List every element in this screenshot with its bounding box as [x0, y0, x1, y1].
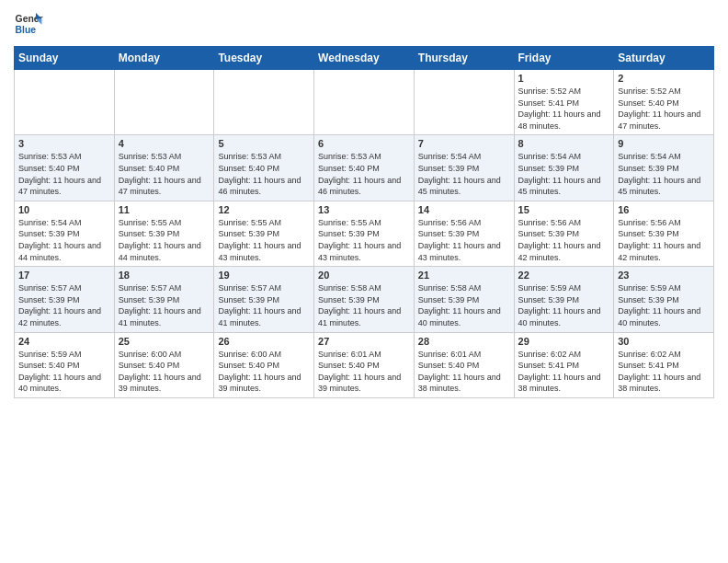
- calendar-cell: 9Sunrise: 5:54 AM Sunset: 5:39 PM Daylig…: [614, 135, 714, 201]
- calendar-cell: [15, 70, 115, 135]
- weekday-header-wednesday: Wednesday: [314, 47, 415, 70]
- calendar-cell: [214, 70, 314, 135]
- calendar-cell: 7Sunrise: 5:54 AM Sunset: 5:39 PM Daylig…: [414, 135, 514, 201]
- calendar-cell: 23Sunrise: 5:59 AM Sunset: 5:39 PM Dayli…: [614, 267, 714, 332]
- calendar-cell: 29Sunrise: 6:02 AM Sunset: 5:41 PM Dayli…: [514, 332, 614, 397]
- day-info: Sunrise: 6:01 AM Sunset: 5:40 PM Dayligh…: [318, 349, 410, 395]
- calendar-week-5: 24Sunrise: 5:59 AM Sunset: 5:40 PM Dayli…: [15, 332, 714, 397]
- day-number: 14: [418, 204, 510, 215]
- calendar-cell: 13Sunrise: 5:55 AM Sunset: 5:39 PM Dayli…: [314, 201, 415, 266]
- calendar-week-3: 10Sunrise: 5:54 AM Sunset: 5:39 PM Dayli…: [15, 201, 714, 266]
- calendar-cell: 14Sunrise: 5:56 AM Sunset: 5:39 PM Dayli…: [414, 201, 514, 266]
- day-info: Sunrise: 5:59 AM Sunset: 5:39 PM Dayligh…: [518, 282, 610, 328]
- calendar-cell: 27Sunrise: 6:01 AM Sunset: 5:40 PM Dayli…: [314, 332, 415, 397]
- day-number: 25: [119, 336, 210, 347]
- calendar-cell: 24Sunrise: 5:59 AM Sunset: 5:40 PM Dayli…: [15, 332, 115, 397]
- day-number: 10: [18, 204, 110, 215]
- day-info: Sunrise: 5:57 AM Sunset: 5:39 PM Dayligh…: [18, 282, 110, 328]
- day-number: 26: [218, 336, 310, 347]
- day-number: 17: [18, 270, 110, 281]
- day-number: 3: [18, 138, 110, 149]
- calendar-cell: 25Sunrise: 6:00 AM Sunset: 5:40 PM Dayli…: [114, 332, 214, 397]
- day-info: Sunrise: 5:59 AM Sunset: 5:40 PM Dayligh…: [18, 349, 110, 395]
- calendar-cell: 21Sunrise: 5:58 AM Sunset: 5:39 PM Dayli…: [414, 267, 514, 332]
- weekday-header-monday: Monday: [114, 47, 214, 70]
- day-number: 30: [618, 336, 710, 347]
- day-info: Sunrise: 5:57 AM Sunset: 5:39 PM Dayligh…: [218, 282, 310, 328]
- calendar-cell: 2Sunrise: 5:52 AM Sunset: 5:40 PM Daylig…: [614, 70, 714, 135]
- day-info: Sunrise: 6:01 AM Sunset: 5:40 PM Dayligh…: [418, 349, 510, 395]
- day-number: 27: [318, 336, 410, 347]
- day-info: Sunrise: 6:02 AM Sunset: 5:41 PM Dayligh…: [518, 349, 610, 395]
- day-number: 13: [318, 204, 410, 215]
- calendar-cell: 18Sunrise: 5:57 AM Sunset: 5:39 PM Dayli…: [114, 267, 214, 332]
- day-number: 28: [418, 336, 510, 347]
- day-info: Sunrise: 6:02 AM Sunset: 5:41 PM Dayligh…: [618, 349, 710, 395]
- day-number: 11: [119, 204, 210, 215]
- calendar-week-1: 1Sunrise: 5:52 AM Sunset: 5:41 PM Daylig…: [15, 70, 714, 135]
- calendar-cell: [314, 70, 415, 135]
- calendar-cell: 11Sunrise: 5:55 AM Sunset: 5:39 PM Dayli…: [114, 201, 214, 266]
- day-info: Sunrise: 5:54 AM Sunset: 5:39 PM Dayligh…: [418, 151, 510, 197]
- page: General Blue SundayMondayTuesdayWednesda…: [0, 0, 728, 408]
- calendar-cell: [114, 70, 214, 135]
- day-info: Sunrise: 5:56 AM Sunset: 5:39 PM Dayligh…: [518, 217, 610, 263]
- day-number: 15: [518, 204, 610, 215]
- day-info: Sunrise: 6:00 AM Sunset: 5:40 PM Dayligh…: [218, 349, 310, 395]
- calendar-cell: 17Sunrise: 5:57 AM Sunset: 5:39 PM Dayli…: [15, 267, 115, 332]
- calendar-cell: 26Sunrise: 6:00 AM Sunset: 5:40 PM Dayli…: [214, 332, 314, 397]
- day-number: 4: [119, 138, 210, 149]
- day-number: 16: [618, 204, 710, 215]
- day-info: Sunrise: 5:58 AM Sunset: 5:39 PM Dayligh…: [418, 282, 510, 328]
- day-info: Sunrise: 5:57 AM Sunset: 5:39 PM Dayligh…: [119, 282, 210, 328]
- day-number: 29: [518, 336, 610, 347]
- day-number: 1: [518, 73, 610, 84]
- day-info: Sunrise: 5:59 AM Sunset: 5:39 PM Dayligh…: [618, 282, 710, 328]
- calendar-cell: [414, 70, 514, 135]
- day-number: 23: [618, 270, 710, 281]
- header: General Blue: [14, 9, 714, 39]
- calendar-cell: 30Sunrise: 6:02 AM Sunset: 5:41 PM Dayli…: [614, 332, 714, 397]
- day-info: Sunrise: 5:54 AM Sunset: 5:39 PM Dayligh…: [618, 151, 710, 197]
- day-info: Sunrise: 5:53 AM Sunset: 5:40 PM Dayligh…: [218, 151, 310, 197]
- calendar-cell: 1Sunrise: 5:52 AM Sunset: 5:41 PM Daylig…: [514, 70, 614, 135]
- day-info: Sunrise: 5:56 AM Sunset: 5:39 PM Dayligh…: [418, 217, 510, 263]
- day-info: Sunrise: 5:55 AM Sunset: 5:39 PM Dayligh…: [218, 217, 310, 263]
- calendar-cell: 28Sunrise: 6:01 AM Sunset: 5:40 PM Dayli…: [414, 332, 514, 397]
- calendar-cell: 16Sunrise: 5:56 AM Sunset: 5:39 PM Dayli…: [614, 201, 714, 266]
- calendar-cell: 15Sunrise: 5:56 AM Sunset: 5:39 PM Dayli…: [514, 201, 614, 266]
- calendar-cell: 4Sunrise: 5:53 AM Sunset: 5:40 PM Daylig…: [114, 135, 214, 201]
- day-info: Sunrise: 5:55 AM Sunset: 5:39 PM Dayligh…: [318, 217, 410, 263]
- calendar-cell: 22Sunrise: 5:59 AM Sunset: 5:39 PM Dayli…: [514, 267, 614, 332]
- day-number: 20: [318, 270, 410, 281]
- calendar-week-4: 17Sunrise: 5:57 AM Sunset: 5:39 PM Dayli…: [15, 267, 714, 332]
- day-number: 19: [218, 270, 310, 281]
- day-number: 24: [18, 336, 110, 347]
- day-info: Sunrise: 5:54 AM Sunset: 5:39 PM Dayligh…: [518, 151, 610, 197]
- day-info: Sunrise: 5:53 AM Sunset: 5:40 PM Dayligh…: [318, 151, 410, 197]
- calendar-cell: 8Sunrise: 5:54 AM Sunset: 5:39 PM Daylig…: [514, 135, 614, 201]
- day-info: Sunrise: 5:58 AM Sunset: 5:39 PM Dayligh…: [318, 282, 410, 328]
- weekday-header-row: SundayMondayTuesdayWednesdayThursdayFrid…: [15, 47, 714, 70]
- logo: General Blue: [14, 9, 43, 39]
- calendar-cell: 10Sunrise: 5:54 AM Sunset: 5:39 PM Dayli…: [15, 201, 115, 266]
- weekday-header-friday: Friday: [514, 47, 614, 70]
- day-info: Sunrise: 5:52 AM Sunset: 5:41 PM Dayligh…: [518, 86, 610, 132]
- calendar-cell: 12Sunrise: 5:55 AM Sunset: 5:39 PM Dayli…: [214, 201, 314, 266]
- weekday-header-saturday: Saturday: [614, 47, 714, 70]
- calendar-cell: 5Sunrise: 5:53 AM Sunset: 5:40 PM Daylig…: [214, 135, 314, 201]
- day-number: 9: [618, 138, 710, 149]
- day-number: 8: [518, 138, 610, 149]
- calendar-table: SundayMondayTuesdayWednesdayThursdayFrid…: [14, 46, 714, 398]
- day-number: 18: [119, 270, 210, 281]
- calendar-cell: 6Sunrise: 5:53 AM Sunset: 5:40 PM Daylig…: [314, 135, 415, 201]
- day-info: Sunrise: 5:52 AM Sunset: 5:40 PM Dayligh…: [618, 86, 710, 132]
- day-number: 7: [418, 138, 510, 149]
- calendar-cell: 19Sunrise: 5:57 AM Sunset: 5:39 PM Dayli…: [214, 267, 314, 332]
- calendar-cell: 20Sunrise: 5:58 AM Sunset: 5:39 PM Dayli…: [314, 267, 415, 332]
- calendar-cell: 3Sunrise: 5:53 AM Sunset: 5:40 PM Daylig…: [15, 135, 115, 201]
- day-info: Sunrise: 5:56 AM Sunset: 5:39 PM Dayligh…: [618, 217, 710, 263]
- day-info: Sunrise: 5:54 AM Sunset: 5:39 PM Dayligh…: [18, 217, 110, 263]
- day-number: 2: [618, 73, 710, 84]
- calendar-week-2: 3Sunrise: 5:53 AM Sunset: 5:40 PM Daylig…: [15, 135, 714, 201]
